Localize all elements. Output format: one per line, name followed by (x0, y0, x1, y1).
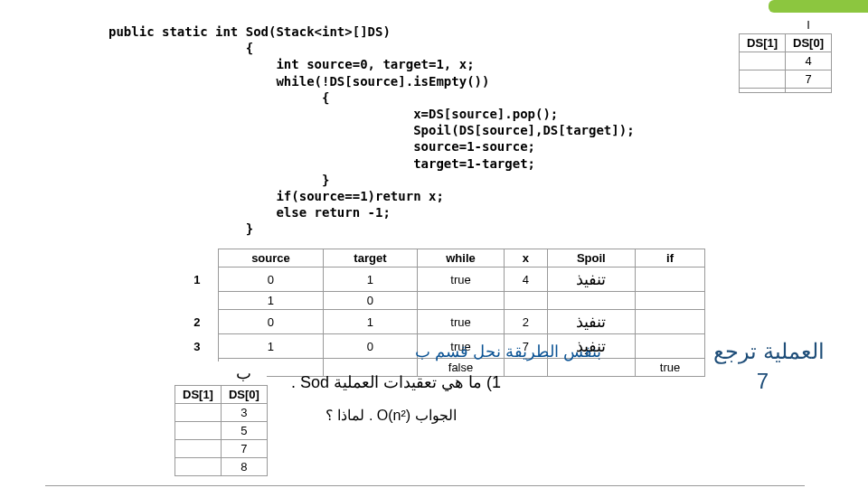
bottom-header-b: ب (221, 361, 267, 386)
th: x (505, 249, 547, 267)
cell: 8 (221, 458, 267, 476)
right-col-ds1: DS[1] (740, 34, 786, 52)
row-label (176, 292, 218, 310)
code-block: public static int Sod(Stack<int>[]DS) { … (108, 23, 635, 237)
q1-prefix: 1) (486, 373, 501, 391)
right-col-ds0: DS[0] (786, 34, 832, 52)
cell (175, 404, 222, 422)
th: source (218, 249, 323, 267)
cell (175, 458, 222, 476)
return-text: العملية ترجع (713, 339, 825, 364)
cell: 2 (505, 310, 547, 334)
row-label: 2 (176, 310, 218, 334)
question-1: 1) ما هي تعقيدات العملية Sod . (291, 372, 501, 392)
cell (636, 267, 705, 292)
row-label: 3 (176, 334, 218, 359)
cell: تنفيذ (547, 267, 636, 292)
q1-text: ما هي تعقيدات العملية Sod . (291, 373, 482, 391)
cell: 0 (218, 267, 323, 292)
th: while (417, 249, 505, 267)
corner-decoration (769, 0, 868, 13)
return-value: 7 (757, 369, 769, 394)
cell: 7 (786, 70, 832, 89)
cell (786, 89, 832, 93)
cell: true (417, 267, 505, 292)
cell (636, 310, 705, 334)
cell: 3 (221, 404, 267, 422)
cell (740, 89, 786, 93)
cell: true (636, 359, 705, 377)
cell: تنفيذ (547, 310, 636, 334)
cell (636, 292, 705, 310)
heading-part-b: بنفس الطريقة نحل قسم ب (321, 342, 601, 361)
cell: 1 (218, 292, 323, 310)
cell: 0 (218, 310, 323, 334)
th: Spoil (547, 249, 636, 267)
cell: 0 (324, 292, 418, 310)
cell (636, 334, 705, 359)
cell (740, 70, 786, 89)
cell: true (417, 310, 505, 334)
cell (547, 292, 636, 310)
th (176, 249, 218, 267)
cell: 1 (324, 310, 418, 334)
cell (505, 292, 547, 310)
cell: 7 (221, 440, 267, 458)
cell (175, 440, 222, 458)
cell: 1 (218, 334, 323, 359)
row-label: 1 (176, 267, 218, 292)
bottom-col-ds1: DS[1] (175, 386, 222, 404)
question-2: الجواب O(n²) . لماذا ؟ (326, 407, 457, 424)
cell (417, 292, 505, 310)
cell: 4 (786, 52, 832, 70)
cell (175, 422, 222, 440)
cell (740, 52, 786, 70)
bottom-ds-table: ب DS[1] DS[0] 3 5 7 8 (175, 361, 268, 476)
cell: 4 (505, 267, 547, 292)
right-ds-table: I DS[1] DS[0] 4 7 (739, 16, 832, 93)
right-table-header: I (786, 16, 832, 34)
cell: 5 (221, 422, 267, 440)
th: if (636, 249, 705, 267)
th: target (324, 249, 418, 267)
cell: 1 (324, 267, 418, 292)
bottom-col-ds0: DS[0] (221, 386, 267, 404)
bottom-separator (45, 485, 805, 486)
